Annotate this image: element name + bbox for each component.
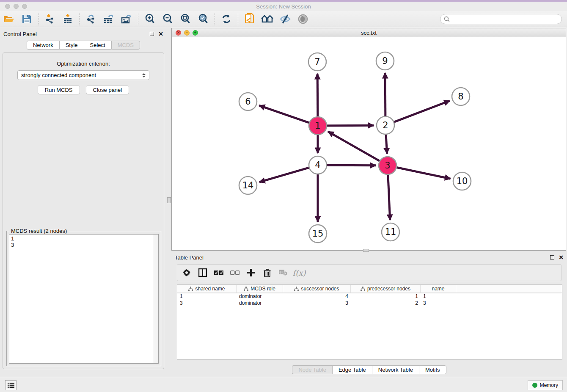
cell[interactable]: 4 (283, 293, 351, 300)
clone-network-icon (244, 13, 255, 25)
cell[interactable]: 2 (351, 300, 421, 307)
cell[interactable]: 3 (283, 300, 351, 307)
column-header-successor-nodes[interactable]: successor nodes (283, 285, 351, 293)
table-toolbar: f(x) (177, 264, 561, 281)
open-session-button[interactable] (2, 13, 16, 25)
cell[interactable]: 1 (351, 293, 421, 300)
edge-1-2[interactable] (327, 125, 374, 126)
edge-2-8[interactable] (394, 101, 450, 122)
zoom-selected-button[interactable] (196, 13, 210, 25)
show-hidden-button[interactable] (296, 13, 310, 25)
tab-select[interactable]: Select (84, 41, 111, 50)
cell[interactable]: 1 (177, 293, 237, 300)
task-history-button[interactable] (5, 380, 17, 390)
edge-1-6[interactable] (259, 105, 309, 123)
float-table-panel-icon[interactable] (550, 255, 554, 259)
cell[interactable]: 3 (177, 300, 237, 307)
criterion-dropdown[interactable]: strongly connected component (17, 70, 149, 80)
refresh-button[interactable] (219, 13, 234, 25)
edge-3-1[interactable] (328, 132, 380, 161)
graph-node-2[interactable]: 2 (377, 116, 394, 134)
cell[interactable]: 3 (421, 300, 456, 307)
table-row-2[interactable]: 3dominator323 (177, 300, 562, 307)
column-header-MCDS-role[interactable]: MCDS role (237, 285, 283, 293)
edge-3-11[interactable] (388, 175, 390, 220)
close-table-panel-icon[interactable]: ✕ (559, 255, 564, 259)
node-table[interactable]: shared nameMCDS rolesuccessor nodesprede… (177, 284, 562, 360)
trash-icon (264, 269, 271, 277)
graph-node-10[interactable]: 10 (453, 172, 471, 190)
tab-edge-table[interactable]: Edge Table (332, 365, 372, 374)
edge-4-14[interactable] (259, 168, 309, 182)
memory-label: Memory (540, 382, 558, 388)
show-all-button[interactable] (260, 13, 275, 25)
graph-node-4[interactable]: 4 (309, 156, 327, 174)
select-all-columns-button[interactable] (213, 267, 225, 278)
graph-node-1[interactable]: 1 (309, 117, 327, 135)
tab-motifs[interactable]: Motifs (419, 365, 446, 374)
edge-2-3[interactable] (386, 135, 387, 154)
function-builder-button[interactable]: f(x) (293, 267, 305, 278)
cell[interactable]: dominator (237, 293, 283, 300)
delete-column-button[interactable] (261, 267, 273, 278)
edge-3-10[interactable] (397, 168, 451, 179)
create-column-button[interactable] (245, 267, 257, 278)
table-settings-button[interactable] (181, 267, 193, 278)
edge-2-9[interactable] (385, 73, 385, 116)
graph-node-6[interactable]: 6 (239, 93, 257, 110)
graph-node-8[interactable]: 8 (452, 88, 470, 105)
result-scrollbar[interactable] (154, 235, 158, 363)
delete-table-button[interactable] (277, 267, 289, 278)
import-network-button[interactable] (43, 13, 57, 25)
svg-text:9: 9 (382, 56, 388, 66)
close-panel-icon[interactable]: ✕ (158, 32, 163, 36)
edge-4-3[interactable] (327, 165, 376, 166)
graph-node-11[interactable]: 11 (382, 223, 399, 241)
export-image-button[interactable] (119, 13, 134, 25)
export-network-button[interactable] (84, 13, 98, 25)
table-row-1[interactable]: 1dominator411 (177, 293, 562, 300)
export-table-button[interactable] (102, 13, 116, 25)
graph-node-14[interactable]: 14 (239, 177, 257, 194)
window-titlebar: Session: New Session (0, 2, 567, 11)
zoom-fit-button[interactable] (178, 13, 193, 25)
tab-mcds[interactable]: MCDS (111, 41, 140, 50)
graph-node-9[interactable]: 9 (376, 52, 394, 70)
zoom-in-button[interactable] (143, 13, 157, 25)
cell[interactable]: 1 (421, 293, 456, 300)
horizontal-splitter-handle[interactable] (363, 249, 369, 252)
search-input[interactable] (452, 16, 558, 22)
graph-node-7[interactable]: 7 (308, 53, 326, 71)
clone-network-button[interactable] (242, 13, 257, 25)
hide-selected-button[interactable] (278, 13, 292, 25)
import-table-button[interactable] (61, 13, 75, 25)
run-mcds-button[interactable]: Run MCDS (38, 85, 80, 94)
column-type-icon (188, 287, 193, 291)
memory-button[interactable]: Memory (528, 380, 563, 390)
close-panel-button[interactable]: Close panel (86, 85, 129, 94)
graph-node-15[interactable]: 15 (309, 225, 327, 243)
network-window-titlebar[interactable]: ✕ − + scc.txt (172, 28, 566, 37)
column-header-predecessor-nodes[interactable]: predecessor nodes (351, 285, 421, 293)
tab-network-table[interactable]: Network Table (372, 365, 419, 374)
zoom-out-icon (162, 14, 173, 25)
deselect-all-columns-button[interactable] (229, 267, 241, 278)
tab-style[interactable]: Style (59, 41, 84, 50)
tab-network[interactable]: Network (27, 41, 59, 50)
column-type-icon (244, 287, 248, 291)
zoom-out-button[interactable] (160, 13, 175, 25)
search-field[interactable] (440, 14, 562, 24)
cell[interactable]: dominator (237, 300, 283, 307)
mcds-result-text[interactable]: 1 3 (9, 234, 159, 364)
vertical-splitter-handle[interactable] (167, 197, 171, 203)
column-header-shared-name[interactable]: shared name (177, 285, 237, 293)
float-panel-icon[interactable] (150, 32, 154, 36)
tab-node-table[interactable]: Node Table (292, 365, 332, 374)
network-canvas[interactable]: 7968124314101511 (172, 37, 566, 250)
save-session-button[interactable] (19, 13, 34, 25)
column-header-name[interactable]: name (421, 285, 456, 293)
graph-node-3[interactable]: 3 (379, 157, 396, 174)
network-graph[interactable]: 7968124314101511 (172, 37, 566, 250)
edge-1-7[interactable] (317, 74, 318, 116)
column-view-button[interactable] (197, 267, 209, 278)
